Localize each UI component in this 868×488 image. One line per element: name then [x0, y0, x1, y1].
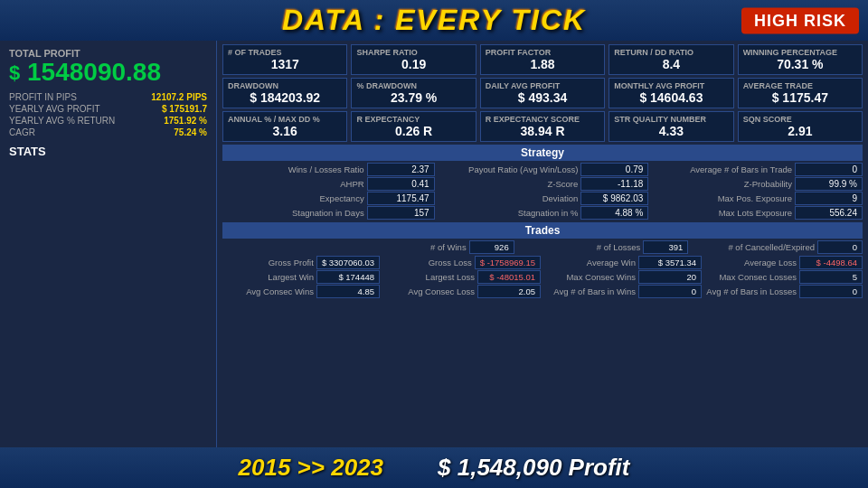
metric-box: # OF TRADES 1317: [222, 44, 347, 75]
metric-value: $ 1175.47: [743, 90, 857, 105]
metric-box: SHARPE RATIO 0.19: [351, 44, 476, 75]
metric-value: 1317: [228, 57, 342, 71]
strategy-stat-row: Max Pos. Exposure 9: [650, 192, 863, 205]
yearly-avg-profit-value: $ 175191.7: [162, 104, 207, 114]
trades-cell-label: Avg Consec Wins: [222, 286, 314, 296]
trades-cell-label: Max Consec Losses: [705, 272, 797, 282]
metric-value: 0.19: [356, 57, 470, 71]
trades-cell-label: Avg # of Bars in Wins: [544, 286, 636, 296]
trades-cell-value: $ 3307060.03: [316, 256, 380, 269]
metric-box: MONTHLY AVG PROFIT $ 14604.63: [609, 78, 733, 108]
stats-label: STATS: [9, 145, 207, 158]
trades-header-cell: # of Losses 391: [518, 240, 689, 254]
strategy-stat-row: Stagnation in % 4.88 %: [437, 206, 649, 220]
cagr-value: 75.24 %: [174, 127, 207, 137]
metric-value: 2.91: [743, 124, 857, 138]
metric-label: WINNING PERCENTAGE: [743, 48, 857, 57]
profit-pips-value: 12107.2 PIPS: [151, 92, 207, 102]
metrics-row-1: # OF TRADES 1317 SHARPE RATIO 0.19 PROFI…: [222, 44, 863, 75]
strategy-column: Wins / Losses Ratio 2.37 AHPR 0.41 Expec…: [222, 163, 435, 220]
trades-cell-label: Max Consec Wins: [544, 272, 636, 282]
trades-cell-label: Average Win: [544, 258, 636, 267]
trades-cell-label: Average Loss: [705, 258, 797, 267]
header: DATA : EVERY TICK HIGH RISK: [0, 0, 868, 41]
metric-label: # OF TRADES: [228, 48, 342, 57]
metric-label: SHARPE RATIO: [356, 48, 470, 57]
trades-header-value: 0: [817, 240, 863, 254]
trades-cell-label: Gross Profit: [222, 258, 314, 267]
strategy-stat-row: AHPR 0.41: [222, 177, 435, 191]
left-stats: PROFIT IN PIPS 12107.2 PIPS YEARLY AVG P…: [9, 92, 207, 137]
trades-cell: Largest Win $ 174448: [222, 270, 380, 284]
strategy-stat-label: Stagnation in Days: [222, 208, 364, 218]
footer-profit: $ 1,548,090 Profit: [438, 454, 629, 482]
trades-data-row: Avg Consec Wins 4.85 Avg Consec Loss 2.0…: [222, 285, 863, 298]
metric-value: 1.88: [486, 57, 599, 71]
trades-header-label: # of Cancelled/Expired: [692, 242, 815, 252]
trades-cell: Average Loss $ -4498.64: [705, 256, 863, 269]
strategy-stat-value: 0.41: [367, 177, 435, 191]
metric-value: 23.79 %: [356, 90, 470, 105]
metric-box: RETURN / DD RATIO 8.4: [609, 44, 733, 75]
trades-cell-value: 2.05: [477, 285, 541, 298]
metric-value: 70.31 %: [743, 57, 857, 71]
metric-box: AVERAGE TRADE $ 1175.47: [738, 78, 863, 108]
trades-header-cell: # of Cancelled/Expired 0: [692, 240, 863, 254]
metric-box: % DRAWDOWN 23.79 %: [351, 78, 476, 108]
trades-section-header: Trades: [222, 222, 863, 239]
strategy-stat-label: Max Pos. Exposure: [650, 193, 792, 203]
strategy-stat-label: Deviation: [437, 193, 579, 203]
strategy-stat-value: 1175.47: [367, 192, 435, 205]
metric-box: DAILY AVG PROFIT $ 493.34: [480, 78, 605, 108]
strategy-column: Average # of Bars in Trade 0 Z-Probabili…: [650, 163, 863, 220]
trades-cell: Avg Consec Wins 4.85: [222, 285, 380, 298]
trades-cell-value: 5: [799, 270, 863, 284]
strategy-stat-value: 556.24: [795, 206, 863, 220]
strategy-stat-row: Z-Score -11.18: [437, 177, 649, 191]
strategy-stat-value: 0: [795, 163, 863, 176]
footer-year-range: 2015 >> 2023: [239, 454, 384, 482]
strategy-stat-label: Max Lots Exposure: [650, 208, 792, 218]
trades-data-row: Largest Win $ 174448 Largest Loss $ -480…: [222, 270, 863, 284]
metric-box: SQN SCORE 2.91: [738, 111, 863, 142]
strategy-stat-label: Wins / Losses Ratio: [222, 164, 364, 174]
trades-cell: Avg # of Bars in Losses 0: [705, 285, 863, 298]
strategy-column: Payout Ratio (Avg Win/Loss) 0.79 Z-Score…: [437, 163, 649, 220]
metric-label: ANNUAL % / MAX DD %: [228, 115, 342, 124]
metric-box: DRAWDOWN $ 184203.92: [222, 78, 347, 108]
spacer: [222, 240, 340, 254]
trades-cell-value: 4.85: [316, 285, 380, 298]
strategy-stat-label: Stagnation in %: [437, 208, 579, 218]
strategy-grid: Wins / Losses Ratio 2.37 AHPR 0.41 Expec…: [222, 163, 863, 220]
trades-header-cell: # of Wins 926: [344, 240, 514, 254]
trades-cell-label: Avg # of Bars in Losses: [705, 286, 797, 296]
trades-cell-label: Largest Win: [222, 272, 314, 282]
metric-value: 4.33: [614, 124, 728, 138]
metric-label: STR QUALITY NUMBER: [614, 115, 728, 124]
cagr-row: CAGR 75.24 %: [9, 127, 207, 137]
strategy-stat-row: Wins / Losses Ratio 2.37: [222, 163, 435, 176]
metric-label: % DRAWDOWN: [356, 81, 470, 90]
profit-pips-row: PROFIT IN PIPS 12107.2 PIPS: [9, 92, 207, 102]
strategy-stat-label: Payout Ratio (Avg Win/Loss): [437, 164, 579, 174]
metrics-row-3: ANNUAL % / MAX DD % 3.16 R EXPECTANCY 0.…: [222, 111, 863, 142]
metric-label: MONTHLY AVG PROFIT: [614, 81, 728, 90]
yearly-avg-profit-row: YEARLY AVG PROFIT $ 175191.7: [9, 104, 207, 114]
trades-cell-value: 20: [638, 270, 702, 284]
trades-data-row: Gross Profit $ 3307060.03 Gross Loss $ -…: [222, 256, 863, 269]
strategy-stat-label: Z-Probability: [650, 179, 792, 189]
trades-cell: Avg Consec Loss 2.05: [383, 285, 541, 298]
trades-header-label: # of Losses: [518, 242, 641, 252]
strategy-stat-value: -11.18: [580, 177, 648, 191]
metric-box: ANNUAL % / MAX DD % 3.16: [222, 111, 347, 142]
strategy-stat-row: Max Lots Exposure 556.24: [650, 206, 863, 220]
strategy-stat-row: Deviation $ 9862.03: [437, 192, 649, 205]
strategy-stat-label: Average # of Bars in Trade: [650, 164, 792, 174]
dollar-sign-icon: $: [9, 62, 20, 84]
metric-value: $ 14604.63: [614, 90, 728, 105]
metric-label: R EXPECTANCY: [356, 115, 470, 124]
metric-label: RETURN / DD RATIO: [614, 48, 728, 57]
yearly-return-value: 1751.92 %: [164, 116, 207, 126]
metric-value: 3.16: [228, 124, 342, 138]
high-risk-badge: HIGH RISK: [741, 7, 859, 33]
